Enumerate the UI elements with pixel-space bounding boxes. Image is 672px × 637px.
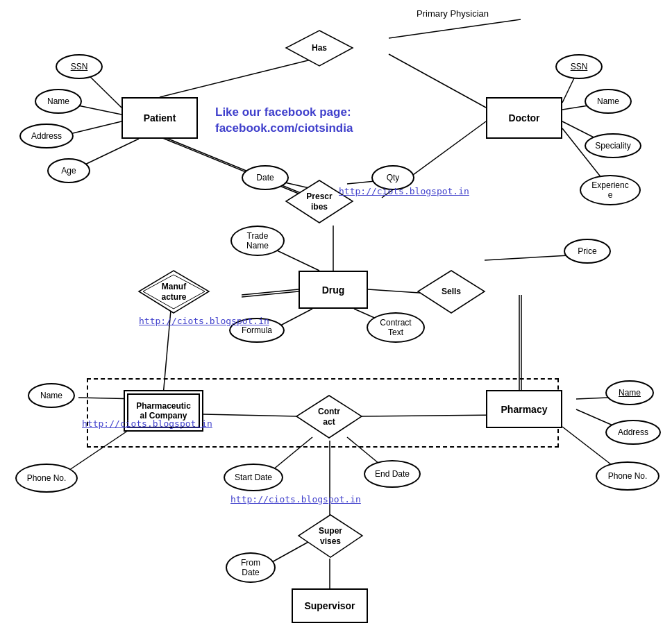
entity-patient: Patient	[121, 97, 198, 139]
entity-doctor: Doctor	[486, 97, 562, 139]
svg-line-38	[389, 19, 521, 38]
attr-doctor-name: Name	[585, 89, 632, 114]
attr-doctor-speciality: Speciality	[585, 133, 641, 158]
er-diagram: Primary Physician Patient Doctor Drug Ph…	[0, 0, 672, 637]
attr-drug-tradename: TradeName	[230, 226, 285, 256]
svg-line-32	[576, 398, 608, 399]
watermark-blog-1: http://ciots.blogspot.in	[339, 186, 469, 196]
entity-drug: Drug	[299, 271, 368, 309]
relationship-contract: Contract	[295, 394, 363, 439]
watermark-blog-3: http://ciots.blogspot.in	[82, 418, 212, 429]
watermark-facebook-2: facebook.com/ciotsindia	[215, 121, 353, 135]
attr-doctor-ssn: SSN	[555, 54, 603, 79]
relationship-has: Has	[285, 29, 354, 67]
attr-contract-startdate: Start Date	[224, 464, 283, 491]
watermark-blog-4: http://ciots.blogspot.in	[230, 494, 361, 504]
attr-supervises-fromdate: FromDate	[226, 552, 276, 583]
attr-patient-address: Address	[19, 124, 74, 148]
attr-drug-contracttext: ContractText	[367, 312, 425, 343]
watermark-blog-2: http://ciots.blogspot.in	[139, 316, 269, 326]
relationship-sells: Sells	[417, 269, 486, 314]
entity-pharmacy: Pharmacy	[486, 390, 562, 428]
entity-supervisor: Supervisor	[292, 588, 368, 623]
attr-pharmacy-phone: Phone No.	[596, 461, 660, 491]
attr-contract-enddate: End Date	[364, 460, 421, 488]
attr-pharmacy-name: Name	[605, 380, 654, 405]
attr-patient-name: Name	[35, 89, 82, 114]
attr-pharmacy-address: Address	[605, 420, 661, 445]
attr-pharma-name: Name	[28, 383, 75, 408]
attr-prescribes-date: Date	[242, 165, 289, 190]
attr-doctor-experience: Experience	[580, 175, 641, 205]
svg-line-29	[485, 255, 569, 260]
relationship-manufacture: Manufacture	[137, 269, 210, 314]
attr-patient-age: Age	[47, 158, 90, 183]
attr-pharma-phone: Phone No.	[15, 464, 78, 493]
watermark-facebook-1: Like our facebook page:	[215, 105, 351, 119]
primary-physician-label: Primary Physician	[417, 8, 489, 19]
attr-patient-ssn: SSN	[56, 54, 103, 79]
relationship-supervises: Supervises	[297, 513, 364, 559]
svg-line-1	[389, 54, 486, 108]
attr-sells-price: Price	[564, 239, 611, 264]
